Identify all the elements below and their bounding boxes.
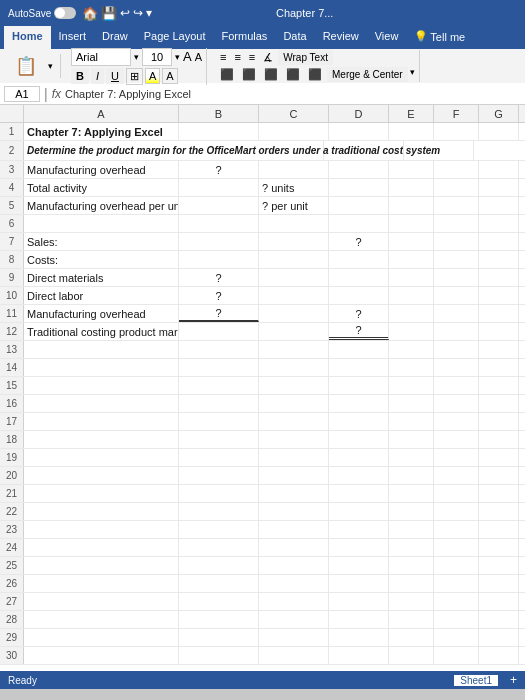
- cell-e26[interactable]: [389, 575, 434, 592]
- cell-b23[interactable]: [179, 521, 259, 538]
- cell-c29[interactable]: [259, 629, 329, 646]
- cell-g23[interactable]: [479, 521, 519, 538]
- cell-h12[interactable]: [519, 323, 525, 340]
- cell-b11[interactable]: ?: [179, 305, 259, 322]
- home-icon[interactable]: 🏠: [82, 6, 98, 21]
- cell-a5[interactable]: Manufacturing overhead per unit: [24, 197, 179, 214]
- cell-e7[interactable]: [389, 233, 434, 250]
- merge-center-dropdown-icon[interactable]: ▾: [410, 67, 415, 82]
- tab-insert[interactable]: Insert: [51, 26, 95, 49]
- cell-b1[interactable]: [179, 123, 259, 140]
- cell-d12[interactable]: ?: [329, 323, 389, 340]
- add-sheet-icon[interactable]: +: [510, 673, 517, 687]
- align-bottom-icon[interactable]: ≡: [246, 50, 258, 65]
- cell-a24[interactable]: [24, 539, 179, 556]
- cell-a27[interactable]: [24, 593, 179, 610]
- cell-d13[interactable]: [329, 341, 389, 358]
- tab-review[interactable]: Review: [315, 26, 367, 49]
- cell-c4[interactable]: ? units: [259, 179, 329, 196]
- cell-e19[interactable]: [389, 449, 434, 466]
- col-header-b[interactable]: B: [179, 105, 259, 122]
- cell-b3[interactable]: ?: [179, 161, 259, 178]
- cell-b12[interactable]: [179, 323, 259, 340]
- cell-c19[interactable]: [259, 449, 329, 466]
- cell-g14[interactable]: [479, 359, 519, 376]
- font-name-input[interactable]: [71, 48, 131, 66]
- font-name-dropdown-icon[interactable]: ▾: [134, 52, 139, 62]
- cell-h10[interactable]: [519, 287, 525, 304]
- cell-g28[interactable]: [479, 611, 519, 628]
- cell-f28[interactable]: [434, 611, 479, 628]
- cell-h19[interactable]: [519, 449, 525, 466]
- cell-a9[interactable]: Direct materials: [24, 269, 179, 286]
- cell-d24[interactable]: [329, 539, 389, 556]
- cell-f16[interactable]: [434, 395, 479, 412]
- paste-button[interactable]: 📋: [10, 54, 42, 78]
- cell-f23[interactable]: [434, 521, 479, 538]
- cell-d7[interactable]: ?: [329, 233, 389, 250]
- cell-f20[interactable]: [434, 467, 479, 484]
- cell-a26[interactable]: [24, 575, 179, 592]
- cell-g10[interactable]: [479, 287, 519, 304]
- cell-e1[interactable]: [389, 123, 434, 140]
- cell-a8[interactable]: Costs:: [24, 251, 179, 268]
- cell-b17[interactable]: [179, 413, 259, 430]
- cell-c6[interactable]: [259, 215, 329, 232]
- cell-e11[interactable]: [389, 305, 434, 322]
- cell-b29[interactable]: [179, 629, 259, 646]
- merge-center-button[interactable]: Merge & Center: [327, 67, 408, 82]
- cell-g21[interactable]: [479, 485, 519, 502]
- cell-g24[interactable]: [479, 539, 519, 556]
- cell-e4[interactable]: [389, 179, 434, 196]
- cell-g1[interactable]: [479, 123, 519, 140]
- cell-d28[interactable]: [329, 611, 389, 628]
- cell-h28[interactable]: [519, 611, 525, 628]
- underline-button[interactable]: U: [106, 68, 124, 84]
- tab-tell-me[interactable]: 💡 Tell me: [406, 26, 473, 49]
- cell-a28[interactable]: [24, 611, 179, 628]
- cell-b13[interactable]: [179, 341, 259, 358]
- cell-b4[interactable]: [179, 179, 259, 196]
- cell-e18[interactable]: [389, 431, 434, 448]
- wrap-text-button[interactable]: Wrap Text: [278, 50, 333, 65]
- cell-g6[interactable]: [479, 215, 519, 232]
- cell-g9[interactable]: [479, 269, 519, 286]
- cell-h4[interactable]: [519, 179, 525, 196]
- cell-e6[interactable]: [389, 215, 434, 232]
- cell-a16[interactable]: [24, 395, 179, 412]
- cell-c26[interactable]: [259, 575, 329, 592]
- cell-a14[interactable]: [24, 359, 179, 376]
- cell-g13[interactable]: [479, 341, 519, 358]
- cell-f12[interactable]: [434, 323, 479, 340]
- cell-c15[interactable]: [259, 377, 329, 394]
- cell-b18[interactable]: [179, 431, 259, 448]
- cell-c30[interactable]: [259, 647, 329, 664]
- cell-c27[interactable]: [259, 593, 329, 610]
- cell-g19[interactable]: [479, 449, 519, 466]
- cell-h7[interactable]: [519, 233, 525, 250]
- cell-a15[interactable]: [24, 377, 179, 394]
- cell-b2[interactable]: [324, 141, 404, 160]
- cell-a12[interactable]: Traditional costing product margin: [24, 323, 179, 340]
- paste-down-button[interactable]: ▾: [45, 60, 56, 72]
- cell-d11[interactable]: ?: [329, 305, 389, 322]
- save-icon[interactable]: 💾: [101, 6, 117, 21]
- cell-h6[interactable]: [519, 215, 525, 232]
- cell-g29[interactable]: [479, 629, 519, 646]
- tab-data[interactable]: Data: [275, 26, 314, 49]
- col-header-h[interactable]: H: [519, 105, 525, 122]
- cell-a21[interactable]: [24, 485, 179, 502]
- cell-a11[interactable]: Manufacturing overhead: [24, 305, 179, 322]
- cell-b27[interactable]: [179, 593, 259, 610]
- align-center-icon[interactable]: ⬛: [239, 67, 259, 82]
- cell-d19[interactable]: [329, 449, 389, 466]
- cell-f15[interactable]: [434, 377, 479, 394]
- cell-h24[interactable]: [519, 539, 525, 556]
- cell-e27[interactable]: [389, 593, 434, 610]
- cell-d25[interactable]: [329, 557, 389, 574]
- cell-e9[interactable]: [389, 269, 434, 286]
- cell-e13[interactable]: [389, 341, 434, 358]
- cell-a17[interactable]: [24, 413, 179, 430]
- cell-c18[interactable]: [259, 431, 329, 448]
- cell-e17[interactable]: [389, 413, 434, 430]
